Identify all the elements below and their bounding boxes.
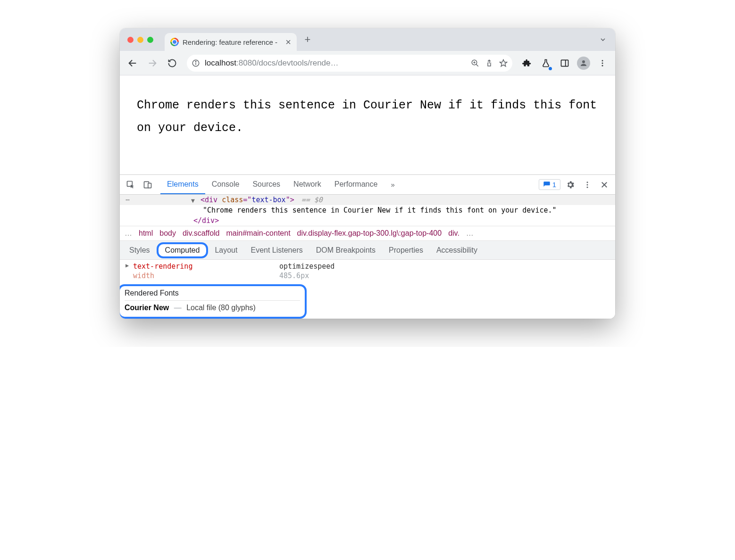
subtab-dom-breakpoints[interactable]: DOM Breakpoints (309, 242, 382, 258)
chevron-double-right-icon: » (391, 181, 394, 189)
devtools-settings-button[interactable] (563, 178, 577, 192)
arrow-right-icon (147, 58, 158, 68)
svg-rect-10 (561, 60, 568, 66)
chrome-menu-button[interactable] (594, 55, 610, 71)
gear-icon (566, 180, 575, 189)
crumb-div-flex[interactable]: div.display-flex.gap-top-300.lg\:gap-top… (297, 229, 442, 238)
devices-icon (143, 180, 152, 189)
crumb-main[interactable]: main#main-content (226, 229, 291, 238)
svg-point-15 (602, 65, 603, 66)
kebab-icon (598, 59, 607, 67)
tab-network[interactable]: Network (287, 175, 328, 194)
arrow-left-icon (127, 58, 138, 68)
computed-row[interactable]: ▶ text-rendering optimizespeed (120, 262, 615, 271)
subtab-accessibility[interactable]: Accessibility (430, 242, 484, 258)
browser-tab[interactable]: Rendering: feature reference - × (165, 33, 297, 51)
chevron-down-icon (599, 36, 607, 43)
side-panel-button[interactable] (557, 55, 573, 71)
tab-console[interactable]: Console (205, 175, 246, 194)
rendered-fonts-section: Rendered Fonts Courier New — Local file … (120, 284, 307, 319)
devtools-panel: Elements Console Sources Network Perform… (120, 174, 615, 319)
svg-point-19 (587, 181, 588, 183)
back-button[interactable] (125, 55, 141, 71)
subtab-properties[interactable]: Properties (382, 242, 430, 258)
profile-button[interactable] (576, 55, 592, 71)
computed-row[interactable]: width 485.6px (120, 271, 615, 280)
dom-closing-tag: </div> (120, 215, 615, 226)
site-info-icon[interactable] (192, 59, 200, 67)
tab-elements[interactable]: Elements (160, 175, 205, 194)
devtools-toolbar: Elements Console Sources Network Perform… (120, 175, 615, 195)
dom-text-node[interactable]: "Chrome renders this sentence in Courier… (120, 205, 615, 215)
tab-sources[interactable]: Sources (246, 175, 287, 194)
issues-button[interactable]: 1 (539, 179, 560, 190)
close-tab-icon[interactable]: × (285, 37, 291, 47)
reload-button[interactable] (164, 55, 180, 71)
subtab-styles[interactable]: Styles (123, 242, 157, 258)
devtools-close-button[interactable] (597, 178, 611, 192)
dom-breadcrumb: … html body div.scaffold main#main-conte… (120, 226, 615, 241)
computed-prop-name: width (133, 272, 279, 280)
rendered-font-name: Courier New (125, 304, 169, 312)
devtools-menu-button[interactable] (580, 178, 594, 192)
svg-point-20 (587, 184, 588, 185)
dom-node: ▼ <div class="text-box"> == $0 (134, 196, 611, 204)
flask-icon (541, 58, 551, 68)
minimize-window-button[interactable] (137, 37, 143, 43)
toolbar-right (519, 55, 610, 71)
breadcrumb-ellipsis-right[interactable]: … (466, 229, 474, 238)
crumb-div-scaffold[interactable]: div.scaffold (183, 229, 220, 238)
issues-icon (543, 181, 551, 189)
device-toolbar-button[interactable] (141, 178, 155, 192)
crumb-body[interactable]: body (159, 229, 176, 238)
subtab-computed[interactable]: Computed (157, 242, 209, 258)
forward-button[interactable] (144, 55, 160, 71)
svg-point-4 (195, 61, 196, 62)
close-window-button[interactable] (127, 37, 134, 43)
address-bar[interactable]: localhost:8080/docs/devtools/rende… (187, 55, 512, 72)
window-controls (127, 37, 153, 43)
svg-marker-9 (500, 59, 507, 66)
inspect-element-button[interactable] (124, 178, 138, 192)
subtab-layout[interactable]: Layout (208, 242, 244, 258)
elements-subtabs: Styles Computed Layout Event Listeners D… (120, 241, 615, 260)
page-body-text: Chrome renders this sentence in Courier … (137, 94, 598, 139)
inspect-icon (126, 180, 135, 189)
crumb-html[interactable]: html (139, 229, 153, 238)
bookmark-star-icon[interactable] (499, 59, 508, 67)
computed-pane: ▶ text-rendering optimizespeed width 485… (120, 260, 615, 319)
panel-icon (560, 58, 569, 68)
collapse-triangle-icon[interactable]: ▼ (191, 197, 195, 204)
computed-prop-value: optimizespeed (279, 262, 334, 271)
zoom-icon[interactable] (471, 59, 479, 67)
plus-icon: + (305, 33, 311, 46)
dom-selected-row[interactable]: ⋯ ▼ <div class="text-box"> == $0 (120, 195, 615, 205)
share-icon[interactable] (485, 59, 493, 67)
tab-strip: Rendering: feature reference - × + (120, 28, 615, 51)
dom-selected-marker: == $0 (301, 196, 323, 204)
svg-rect-18 (148, 183, 151, 188)
svg-point-12 (582, 60, 585, 63)
more-tabs-button[interactable]: » (387, 181, 398, 189)
tab-list-dropdown[interactable] (596, 33, 610, 46)
crumb-div-last[interactable]: div. (448, 229, 459, 238)
experiments-button[interactable] (538, 55, 554, 71)
subtab-event-listeners[interactable]: Event Listeners (244, 242, 309, 258)
expand-triangle-icon[interactable]: ▶ (125, 262, 133, 271)
extensions-button[interactable] (519, 55, 535, 71)
tab-title: Rendering: feature reference - (183, 38, 282, 46)
issues-count: 1 (552, 181, 556, 189)
maximize-window-button[interactable] (147, 37, 153, 43)
tab-performance[interactable]: Performance (328, 175, 384, 194)
reload-icon (167, 58, 177, 68)
chrome-favicon-icon (170, 38, 179, 46)
puzzle-icon (522, 58, 532, 68)
svg-point-14 (602, 62, 603, 64)
breadcrumb-ellipsis-left[interactable]: … (125, 229, 132, 238)
svg-line-6 (476, 64, 478, 66)
svg-point-13 (602, 60, 603, 61)
new-tab-button[interactable]: + (301, 33, 315, 47)
devtools-tabs: Elements Console Sources Network Perform… (160, 175, 384, 194)
computed-prop-name: text-rendering (133, 262, 279, 271)
page-viewport: Chrome renders this sentence in Courier … (120, 75, 615, 174)
